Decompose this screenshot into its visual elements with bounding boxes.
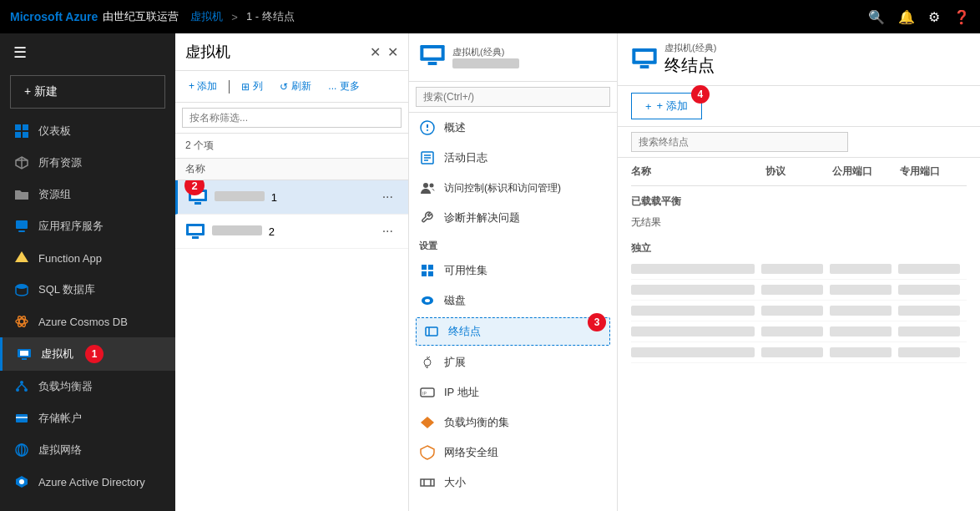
svg-rect-48 <box>422 271 427 276</box>
vm-name-blur <box>452 58 519 68</box>
func-icon <box>13 250 30 266</box>
table-row[interactable] <box>631 259 967 280</box>
settings-item-overview[interactable]: 概述 <box>409 113 617 143</box>
endpoints-search-input[interactable] <box>631 132 848 152</box>
step-3-badge: 3 <box>588 313 606 331</box>
vm-item-2[interactable]: 2 ··· <box>175 215 408 249</box>
vm-item-2-more[interactable]: ··· <box>377 222 398 240</box>
svg-rect-7 <box>16 220 28 229</box>
settings-icon[interactable]: ⚙ <box>928 9 940 25</box>
svg-rect-1 <box>23 124 28 130</box>
vm-panel-title: 虚拟机 <box>185 42 363 62</box>
sidebar-item-vnet[interactable]: 虚拟网络 <box>0 434 175 466</box>
sidebar-item-app-service[interactable]: 应用程序服务 <box>0 210 175 242</box>
vm-panel-header: 虚拟机 ✕ ✕ <box>175 33 408 71</box>
endpoints-table: 名称 协议 公用端口 专用端口 已载载平衡 无结果 独立 <box>618 158 980 511</box>
svg-point-10 <box>16 284 28 289</box>
settings-item-nsg[interactable]: 网络安全组 <box>409 438 617 468</box>
sidebar-item-lb[interactable]: 负载均衡器 <box>0 371 175 402</box>
sidebar-item-dashboard[interactable]: 仪表板 <box>0 115 175 147</box>
main-content: ☰ + 新建 仪表板 所有资源 资源组 应用程序服务 <box>0 33 980 511</box>
sidebar-label-vnet: 虚拟网络 <box>38 443 82 458</box>
settings-item-endpoints[interactable]: 终结点 3 <box>416 317 610 346</box>
sidebar-item-function-app[interactable]: Function App <box>0 242 175 274</box>
settings-item-access-control[interactable]: 访问控制(标识和访问管理) <box>409 173 617 203</box>
refresh-icon: ↺ <box>280 81 288 93</box>
settings-item-disk[interactable]: 磁盘 <box>409 286 617 316</box>
vm-search-input[interactable] <box>182 108 402 128</box>
vm-toolbar: + 添加 ⊞ 列 ↺ 刷新 ... 更多 <box>175 71 408 103</box>
svg-rect-8 <box>18 230 25 232</box>
sidebar-item-storage[interactable]: 存储帐户 <box>0 402 175 434</box>
vm-item-1-more[interactable]: ··· <box>377 188 398 206</box>
close-icon[interactable]: ✕ <box>387 44 398 60</box>
list-icon: ⊞ <box>241 81 250 93</box>
more-button[interactable]: ... 更多 <box>321 76 366 97</box>
refresh-button[interactable]: ↺ 刷新 <box>273 76 318 97</box>
add-endpoint-button[interactable]: + + 添加 4 <box>631 93 702 119</box>
no-result-label: 无结果 <box>631 212 967 233</box>
ip-icon: IP <box>419 384 436 401</box>
sidebar-item-cosmos[interactable]: Azure Cosmos DB <box>0 306 175 337</box>
log-icon <box>419 149 436 166</box>
endpoints-header-icon <box>631 45 658 74</box>
new-button[interactable]: + 新建 <box>10 75 165 109</box>
svg-rect-46 <box>422 265 427 270</box>
svg-rect-15 <box>22 358 27 360</box>
folder-icon <box>13 186 30 203</box>
table-row[interactable] <box>631 342 967 363</box>
help-icon[interactable]: ❓ <box>953 9 970 25</box>
sidebar-label-func: Function App <box>38 252 102 265</box>
svg-rect-33 <box>189 226 202 233</box>
settings-header-text-block: 虚拟机(经典) <box>452 46 519 68</box>
settings-item-lbset[interactable]: 负载均衡的集 <box>409 407 617 438</box>
settings-panel: 虚拟机(经典) 概述 活动日志 访问控制(标识和访问管理) <box>409 33 618 511</box>
sidebar-item-all-resources[interactable]: 所有资源 <box>0 147 175 179</box>
settings-header: 虚拟机(经典) <box>409 33 617 82</box>
endpoints-title: 终结点 <box>664 54 716 77</box>
vm-count: 2 个项 <box>175 134 408 159</box>
topbar: Microsoft Azure 由世纪互联运营 虚拟机 > 1 - 终结点 🔍 … <box>0 0 980 33</box>
endpoints-subtitle: 虚拟机(经典) <box>664 42 716 54</box>
sidebar-item-vm[interactable]: 虚拟机 1 <box>0 337 175 371</box>
table-row[interactable] <box>631 280 967 301</box>
app-icon <box>13 218 30 235</box>
list-button[interactable]: ⊞ 列 <box>235 76 270 97</box>
nsg-icon <box>419 444 436 461</box>
bell-icon[interactable]: 🔔 <box>898 9 915 25</box>
table-row[interactable] <box>631 301 967 321</box>
svg-rect-16 <box>20 351 28 356</box>
settings-item-avail[interactable]: 可用性集 <box>409 256 617 286</box>
settings-search-input[interactable] <box>416 87 610 107</box>
wrench-icon <box>419 210 436 226</box>
pin-icon[interactable]: ✕ <box>370 44 381 60</box>
section-load-balanced: 已载载平衡 <box>631 186 967 212</box>
search-icon[interactable]: 🔍 <box>868 9 885 25</box>
breadcrumb-vm[interactable]: 虚拟机 <box>190 9 223 24</box>
settings-item-ext[interactable]: 扩展 <box>409 347 617 377</box>
hamburger-icon[interactable]: ☰ <box>0 33 175 72</box>
breadcrumb: 虚拟机 > 1 - 终结点 <box>187 9 297 24</box>
sidebar-item-sql[interactable]: SQL 数据库 <box>0 274 175 306</box>
lb-icon <box>13 378 30 395</box>
svg-rect-2 <box>15 132 21 138</box>
svg-rect-30 <box>191 192 205 199</box>
vm-item-1[interactable]: 1 ··· 2 <box>175 180 408 215</box>
settings-item-ip[interactable]: IP IP 地址 <box>409 377 617 407</box>
svg-rect-47 <box>428 265 433 270</box>
settings-item-size[interactable]: 大小 <box>409 468 617 498</box>
step-4-badge: 4 <box>691 85 710 104</box>
settings-label-nsg: 网络安全组 <box>444 445 498 460</box>
svg-rect-22 <box>16 414 28 422</box>
sidebar-label-app: 应用程序服务 <box>38 219 104 234</box>
table-row[interactable] <box>631 321 967 342</box>
svg-rect-32 <box>192 236 199 239</box>
settings-item-diagnose[interactable]: 诊断并解决问题 <box>409 203 617 233</box>
svg-point-27 <box>19 479 24 484</box>
sidebar-item-aad[interactable]: Azure Active Directory <box>0 466 175 498</box>
settings-item-activity-log[interactable]: 活动日志 <box>409 143 617 173</box>
sidebar-item-resource-group[interactable]: 资源组 <box>0 179 175 210</box>
add-vm-button[interactable]: + 添加 <box>182 76 224 97</box>
sidebar-label-sql: SQL 数据库 <box>38 282 95 297</box>
svg-rect-36 <box>423 48 441 58</box>
